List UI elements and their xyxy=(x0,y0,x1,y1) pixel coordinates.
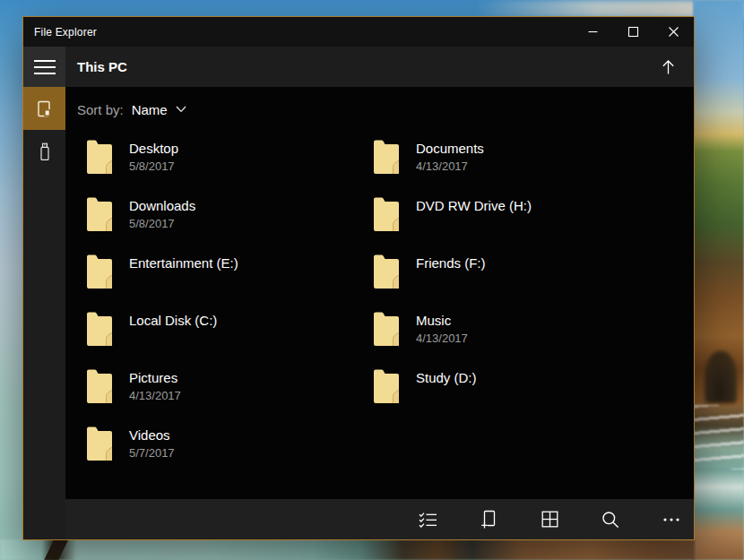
sort-dropdown[interactable]: Name xyxy=(132,102,186,117)
file-item-local-disk[interactable]: Local Disk (C:) xyxy=(86,311,373,368)
item-date: 4/13/2017 xyxy=(129,387,181,404)
item-name: DVD RW Drive (H:) xyxy=(416,197,532,215)
file-item-study[interactable]: Study (D:) xyxy=(373,368,660,426)
item-date: 4/13/2017 xyxy=(416,158,484,175)
item-name: Entertainment (E:) xyxy=(129,254,238,272)
window-body: Sort by: Name Desktop5/8/2017 xyxy=(23,87,694,539)
file-item-dvd-drive[interactable]: DVD RW Drive (H:) xyxy=(373,196,660,254)
tablet-device-icon xyxy=(37,100,52,117)
maximize-icon xyxy=(627,26,639,38)
item-name: Documents xyxy=(416,140,484,158)
folder-icon xyxy=(86,196,113,232)
search-icon xyxy=(601,511,619,529)
usb-drive-icon xyxy=(39,142,51,161)
chevron-down-icon xyxy=(176,106,186,113)
maximize-button[interactable] xyxy=(613,17,653,47)
item-date: 5/8/2017 xyxy=(129,158,178,175)
window-title: File Explorer xyxy=(23,26,97,39)
navigate-up-button[interactable] xyxy=(653,52,683,82)
minimize-icon xyxy=(587,26,599,38)
file-item-desktop[interactable]: Desktop5/8/2017 xyxy=(86,139,373,196)
folder-icon xyxy=(86,368,113,404)
more-button[interactable] xyxy=(661,509,682,530)
item-name: Friends (F:) xyxy=(416,254,486,272)
sort-bar: Sort by: Name xyxy=(65,87,694,132)
file-item-videos[interactable]: Videos5/7/2017 xyxy=(86,426,373,483)
more-icon xyxy=(662,517,680,522)
item-name: Downloads xyxy=(129,197,195,215)
main-column: Sort by: Name Desktop5/8/2017 xyxy=(65,87,694,539)
folder-icon xyxy=(373,139,400,175)
folder-icon xyxy=(86,311,113,347)
menu-button[interactable] xyxy=(23,47,65,87)
multi-select-button[interactable] xyxy=(417,509,438,530)
folder-icon xyxy=(373,196,400,232)
file-explorer-window: File Explorer This PC xyxy=(22,16,695,540)
file-item-entertainment[interactable]: Entertainment (E:) xyxy=(86,254,373,311)
folder-icon xyxy=(373,368,400,404)
new-item-button[interactable] xyxy=(478,509,499,530)
sort-by-label: Sort by: xyxy=(77,102,124,117)
title-bar: File Explorer xyxy=(23,17,694,47)
item-name: Study (D:) xyxy=(416,369,477,387)
grid-view-icon xyxy=(541,511,558,528)
close-icon xyxy=(668,26,679,38)
header-main: This PC xyxy=(65,47,694,87)
search-button[interactable] xyxy=(600,509,621,530)
hamburger-icon xyxy=(34,60,56,74)
sidebar-item-this-pc[interactable] xyxy=(23,87,65,130)
folder-icon xyxy=(86,426,113,461)
wallpaper-cliff xyxy=(693,0,744,560)
item-date: 4/13/2017 xyxy=(416,330,468,347)
file-item-music[interactable]: Music4/13/2017 xyxy=(373,311,660,368)
file-item-documents[interactable]: Documents4/13/2017 xyxy=(373,139,660,196)
up-arrow-icon xyxy=(660,58,677,76)
app-header: This PC xyxy=(23,47,694,87)
item-name: Local Disk (C:) xyxy=(129,312,217,330)
folder-icon xyxy=(373,254,400,289)
wallpaper-sea-foam xyxy=(693,405,744,470)
item-name: Desktop xyxy=(129,140,178,158)
folder-icon xyxy=(86,254,113,289)
item-name: Videos xyxy=(129,426,175,444)
sort-value: Name xyxy=(132,102,168,117)
item-date: 5/8/2017 xyxy=(129,215,195,232)
minimize-button[interactable] xyxy=(573,17,613,47)
caption-buttons xyxy=(573,17,694,47)
multi-select-icon xyxy=(419,512,437,528)
item-date: 5/7/2017 xyxy=(129,444,175,461)
item-name: Pictures xyxy=(129,369,181,387)
file-grid: Desktop5/8/2017 Documents4/13/2017 Downl… xyxy=(65,139,694,483)
wallpaper-rock-arch xyxy=(705,351,737,403)
item-name: Music xyxy=(416,312,468,330)
file-item-pictures[interactable]: Pictures4/13/2017 xyxy=(86,368,373,426)
new-item-icon xyxy=(480,510,497,529)
folder-icon xyxy=(86,139,113,175)
content-area: Sort by: Name Desktop5/8/2017 xyxy=(65,87,694,499)
command-bar xyxy=(65,499,694,539)
nav-sidebar xyxy=(23,87,65,539)
file-item-friends[interactable]: Friends (F:) xyxy=(373,254,660,311)
sidebar-item-usb-drive[interactable] xyxy=(23,130,65,173)
page-title: This PC xyxy=(65,59,127,74)
file-item-downloads[interactable]: Downloads5/8/2017 xyxy=(86,196,373,254)
close-button[interactable] xyxy=(653,17,694,47)
folder-icon xyxy=(373,311,400,347)
wallpaper-beach xyxy=(0,539,695,560)
grid-view-button[interactable] xyxy=(539,509,560,530)
